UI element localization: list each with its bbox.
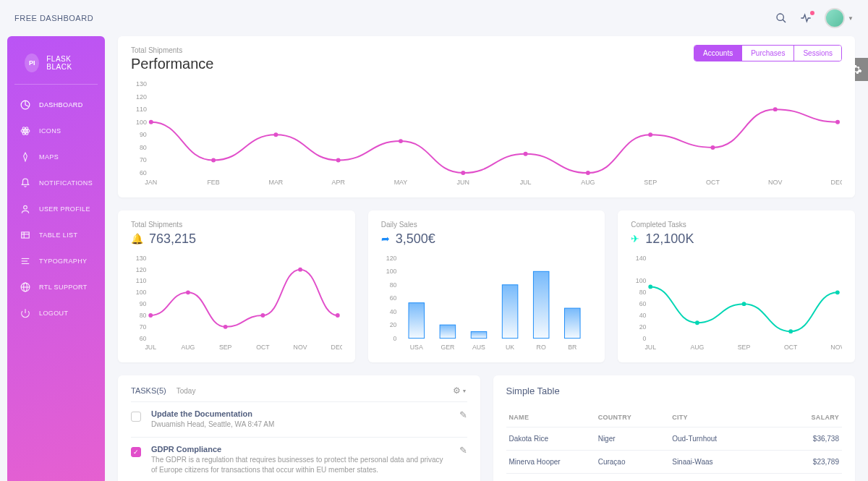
sidebar-item-user-profile[interactable]: USER PROFILE — [7, 196, 105, 222]
svg-point-28 — [336, 158, 341, 163]
svg-point-27 — [273, 132, 278, 137]
avatar — [825, 8, 845, 28]
svg-line-1 — [783, 20, 786, 22]
sidebar-item-label: DASHBOARD — [39, 101, 83, 108]
svg-text:SEP: SEP — [219, 344, 232, 351]
svg-point-25 — [149, 120, 153, 124]
svg-point-99 — [835, 290, 840, 294]
svg-text:DEC: DEC — [831, 179, 842, 186]
svg-rect-79 — [502, 285, 518, 339]
svg-text:120: 120 — [136, 93, 147, 101]
align-icon — [20, 256, 30, 266]
svg-point-60 — [260, 313, 265, 318]
svg-text:AUG: AUG — [581, 179, 595, 186]
svg-text:60: 60 — [140, 335, 147, 342]
task-checkbox[interactable]: ✓ — [131, 447, 141, 457]
sidebar-item-icons[interactable]: ICONS — [7, 118, 105, 144]
svg-text:20: 20 — [639, 323, 647, 331]
sidebar-item-maps[interactable]: MAPS — [7, 144, 105, 170]
tasks-heading: TASKS(5) — [131, 386, 166, 395]
task-checkbox[interactable] — [131, 412, 141, 422]
th-country: COUNTRY — [595, 408, 670, 427]
bell-icon: 🔔 — [131, 233, 143, 244]
sidebar: PI FLASK BLACK DASHBOARDICONSMAPSNOTIFIC… — [7, 36, 105, 481]
svg-point-62 — [336, 313, 340, 318]
svg-text:120: 120 — [386, 255, 396, 262]
edit-icon[interactable]: ✎ — [459, 445, 467, 456]
svg-point-57 — [148, 313, 153, 318]
svg-point-7 — [24, 205, 27, 209]
edit-icon[interactable]: ✎ — [459, 409, 467, 420]
task-title: Update the Documentation — [151, 409, 449, 418]
svg-text:100: 100 — [136, 289, 147, 296]
svg-text:MAY: MAY — [394, 179, 408, 186]
sidebar-item-label: ICONS — [39, 127, 61, 135]
svg-text:130: 130 — [136, 255, 147, 262]
chevron-down-icon: ▼ — [848, 15, 854, 22]
svg-text:GER: GER — [441, 344, 454, 351]
svg-text:USA: USA — [409, 344, 422, 351]
svg-text:APR: APR — [332, 179, 346, 186]
svg-text:AUG: AUG — [181, 344, 195, 351]
tab-purchases[interactable]: Purchases — [741, 46, 793, 61]
simple-table: NAME COUNTRY CITY SALARY Dakota RiceNige… — [506, 408, 843, 481]
svg-point-97 — [742, 302, 746, 306]
activity-icon[interactable] — [800, 12, 812, 24]
shipments-label: Total Shipments — [131, 221, 342, 229]
svg-point-34 — [710, 145, 715, 150]
pin-icon — [20, 152, 30, 162]
sidebar-item-label: TABLE LIST — [39, 231, 77, 239]
table-row: Dakota RiceNigerOud-Turnhout$36,738 — [506, 427, 843, 451]
svg-text:SEP: SEP — [738, 344, 751, 351]
svg-text:0: 0 — [643, 335, 647, 342]
svg-text:110: 110 — [136, 106, 147, 113]
svg-text:JUL: JUL — [145, 344, 156, 351]
svg-text:20: 20 — [389, 321, 396, 328]
svg-text:AUS: AUS — [472, 344, 485, 351]
svg-text:NOV: NOV — [768, 179, 782, 186]
table-row: Minerva HooperCuraçaoSinaai-Waas$23,789 — [506, 451, 843, 474]
search-icon[interactable] — [775, 12, 787, 24]
svg-text:110: 110 — [136, 277, 147, 284]
tab-accounts[interactable]: Accounts — [694, 46, 741, 61]
svg-point-59 — [224, 325, 228, 329]
sidebar-item-dashboard[interactable]: DASHBOARD — [7, 92, 105, 118]
tab-sessions[interactable]: Sessions — [793, 46, 841, 61]
svg-text:120: 120 — [136, 266, 147, 273]
svg-text:70: 70 — [140, 323, 147, 331]
sidebar-brand[interactable]: PI FLASK BLACK — [14, 46, 98, 85]
sidebar-item-label: LOGOUT — [39, 310, 68, 317]
sidebar-item-table-list[interactable]: TABLE LIST — [7, 222, 105, 248]
svg-text:90: 90 — [140, 131, 147, 138]
svg-point-30 — [461, 171, 465, 175]
user-menu[interactable]: ▼ — [825, 8, 854, 28]
table-row: Sage RodriguezNetherlandsBaileux$56,142 — [506, 474, 843, 481]
brand-name: FLASK BLACK — [46, 55, 88, 71]
svg-text:FEB: FEB — [207, 179, 219, 186]
svg-text:AUG: AUG — [691, 344, 705, 351]
sidebar-item-notifications[interactable]: NOTIFICATIONS — [7, 170, 105, 196]
tasks-settings-icon[interactable]: ⚙▼ — [453, 386, 467, 396]
svg-point-96 — [695, 320, 699, 325]
svg-point-32 — [586, 171, 590, 175]
svg-text:60: 60 — [389, 294, 396, 302]
svg-text:JUN: JUN — [457, 179, 469, 186]
shipments-card: Total Shipments 🔔763,215 607080901001101… — [118, 210, 355, 362]
svg-point-61 — [298, 268, 302, 272]
svg-text:NOV: NOV — [831, 344, 842, 351]
sales-card: Daily Sales ➦3,500€ 020406080100120USAGE… — [368, 210, 605, 362]
svg-text:NOV: NOV — [294, 344, 307, 351]
svg-text:70: 70 — [140, 156, 147, 163]
sidebar-item-rtl-support[interactable]: RTL SUPPORT — [7, 274, 105, 300]
shipments-value: 763,215 — [149, 231, 196, 247]
sidebar-item-logout[interactable]: LOGOUT — [7, 300, 105, 326]
sidebar-item-typography[interactable]: TYPOGRAPHY — [7, 248, 105, 274]
task-desc: Dwuamish Head, Seattle, WA 8:47 AM — [151, 420, 449, 430]
svg-point-35 — [773, 107, 778, 111]
svg-text:40: 40 — [639, 312, 647, 319]
svg-text:100: 100 — [386, 268, 396, 275]
svg-text:SEP: SEP — [644, 179, 657, 186]
pie-icon — [20, 100, 30, 110]
shipments-chart: 60708090100110120130JULAUGSEPOCTNOVDEC — [131, 254, 342, 352]
table-icon — [20, 230, 30, 240]
